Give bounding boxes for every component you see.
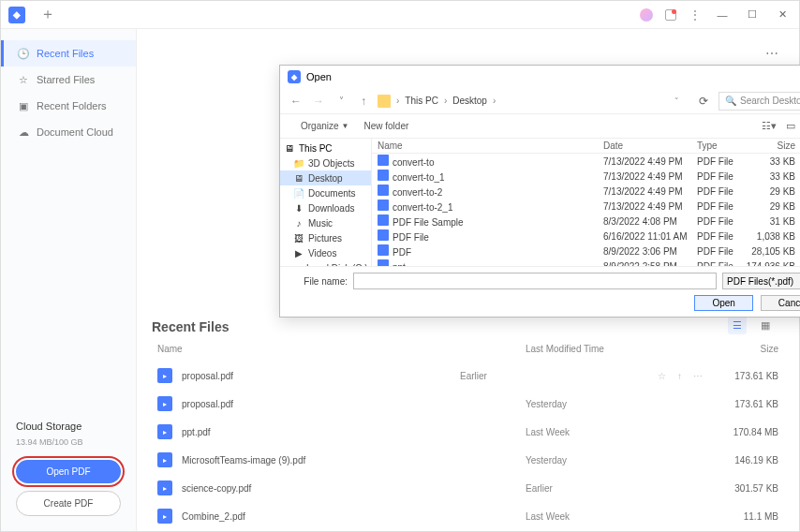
file-time: Last Week: [526, 427, 713, 437]
organize-button[interactable]: Organize▼: [301, 121, 349, 131]
recent-locations-button[interactable]: ˅: [333, 96, 349, 106]
sidebar-item-label: Document Cloud: [37, 126, 113, 138]
dialog-footer: File name: PDF Files(*.pdf)▾ Open Cancel: [280, 266, 800, 317]
dialog-nav: ← → ˅ ↑ › This PC › Desktop › ˅ ⟳ 🔍Searc…: [280, 88, 800, 114]
col-name[interactable]: Name: [378, 140, 603, 151]
file-row[interactable]: convert-to-27/13/2022 4:49 PMPDF File29 …: [372, 184, 800, 199]
new-folder-button[interactable]: New folder: [364, 121, 409, 131]
filename-input[interactable]: [353, 273, 717, 289]
assistant-icon[interactable]: [640, 8, 653, 22]
file-row[interactable]: ▸Combine_2.pdfLast Week11.1 MB: [152, 502, 784, 530]
pdf-icon: [378, 200, 389, 211]
file-name: science-copy.pdf: [182, 483, 526, 494]
file-row[interactable]: ▸science-copy.pdfEarlier301.57 KB: [152, 474, 784, 502]
pdf-icon: ▸: [157, 480, 172, 495]
minimize-button[interactable]: —: [713, 9, 732, 21]
search-input[interactable]: 🔍Search Desktop: [719, 92, 800, 111]
folder-icon: 🖼: [293, 232, 304, 244]
pdf-icon: [378, 155, 389, 166]
folder-icon: [378, 95, 391, 108]
folder-icon: ▣: [18, 100, 29, 111]
file-row[interactable]: PDF8/9/2022 3:06 PMPDF File28,105 KB: [372, 244, 800, 259]
pdf-icon: [378, 214, 389, 226]
sidebar-item-recent-folders[interactable]: ▣Recent Folders: [1, 93, 136, 119]
sidebar-item-label: Starred Files: [37, 74, 95, 85]
file-row[interactable]: PDF File Sample8/3/2022 4:08 PMPDF File3…: [372, 214, 800, 229]
refresh-button[interactable]: ⟳: [694, 95, 713, 108]
col-size[interactable]: Size: [744, 140, 795, 151]
app-logo-icon: ◆: [8, 7, 25, 23]
file-time: Yesterday: [526, 455, 713, 466]
up-button[interactable]: ↑: [355, 95, 372, 108]
search-icon: 🔍: [725, 96, 736, 106]
file-type-filter[interactable]: PDF Files(*.pdf)▾: [722, 273, 800, 289]
tree-item[interactable]: ⬇Downloads: [280, 200, 371, 215]
tree-item[interactable]: ▶Videos: [280, 245, 371, 260]
preview-pane-button[interactable]: ▭: [786, 120, 795, 132]
file-row[interactable]: ppt8/9/2022 2:58 PMPDF File174,936 KB: [372, 259, 800, 266]
folder-icon: ♪: [293, 217, 304, 229]
tree-item[interactable]: 📄Documents: [280, 185, 371, 200]
list-view-button[interactable]: ☰: [728, 316, 747, 334]
folder-icon: 📄: [293, 187, 304, 199]
file-row[interactable]: convert-to_17/13/2022 4:49 PMPDF File33 …: [372, 169, 800, 184]
breadcrumb[interactable]: Desktop: [452, 96, 487, 106]
pdf-icon: [378, 244, 389, 256]
file-row[interactable]: convert-to7/13/2022 4:49 PMPDF File33 KB: [372, 154, 800, 169]
tree-item[interactable]: ♪Music: [280, 215, 371, 230]
sidebar-item-recent-files[interactable]: 🕒Recent Files: [1, 40, 136, 66]
grid-view-button[interactable]: ▦: [756, 316, 775, 334]
file-name: proposal.pdf: [182, 399, 526, 409]
kebab-icon[interactable]: ⋮: [689, 8, 702, 22]
forward-button[interactable]: →: [310, 95, 327, 108]
file-columns: Name Last Modified Time Size: [152, 336, 784, 362]
breadcrumb[interactable]: This PC: [405, 96, 438, 106]
tree-item[interactable]: 🖥Desktop: [280, 170, 371, 185]
file-row[interactable]: ▸proposal.pdfEarlier☆↑⋯173.61 KB: [152, 362, 784, 390]
col-type[interactable]: Type: [697, 140, 744, 151]
sidebar: 🕒Recent Files ☆Starred Files ▣Recent Fol…: [1, 29, 137, 531]
col-size: Size: [713, 344, 778, 354]
pdf-icon: [378, 229, 389, 241]
star-icon[interactable]: ☆: [658, 371, 666, 381]
col-date[interactable]: Date: [603, 140, 697, 151]
cloud-storage-usage: 13.94 MB/100 GB: [16, 437, 121, 447]
file-row[interactable]: ▸proposal.pdfYesterday173.61 KB: [152, 390, 784, 418]
file-time: Earlier: [460, 371, 647, 381]
new-tab-button[interactable]: ＋: [40, 5, 55, 24]
file-row[interactable]: ▸MicrosoftTeams-image (9).pdfYesterday14…: [152, 446, 784, 474]
file-name: ppt.pdf: [182, 427, 526, 437]
path-dropdown-button[interactable]: ˅: [674, 96, 679, 106]
more-icon[interactable]: ⋯: [693, 371, 703, 381]
tree-root[interactable]: 🖥This PC: [280, 140, 371, 155]
close-button[interactable]: ✕: [773, 8, 792, 21]
notification-icon[interactable]: [664, 8, 677, 22]
maximize-button[interactable]: ☐: [743, 8, 762, 21]
view-options-button[interactable]: ☷▾: [762, 120, 777, 132]
dialog-toolbar: Organize▼ New folder ☷▾ ▭ ?: [280, 114, 800, 139]
dialog-cancel-button[interactable]: Cancel: [761, 295, 800, 311]
sidebar-item-starred[interactable]: ☆Starred Files: [1, 66, 136, 93]
file-row[interactable]: PDF File6/16/2022 11:01 AMPDF File1,038 …: [372, 229, 800, 244]
folder-icon: ⬇: [293, 202, 304, 214]
dialog-open-button[interactable]: Open: [694, 295, 752, 311]
dialog-logo-icon: ◆: [288, 70, 301, 83]
more-icon[interactable]: ⋯: [765, 46, 780, 61]
col-tags[interactable]: Tags: [795, 140, 800, 151]
col-time: Last Modified Time: [526, 344, 713, 354]
create-pdf-button[interactable]: Create PDF: [16, 491, 121, 516]
file-row[interactable]: convert-to-2_17/13/2022 4:49 PMPDF File2…: [372, 199, 800, 214]
file-size: 173.61 KB: [713, 371, 778, 381]
recent-files-header: Recent Files: [152, 319, 784, 334]
back-button[interactable]: ←: [288, 95, 304, 108]
file-row[interactable]: ▸ppt.pdfLast Week170.84 MB: [152, 418, 784, 446]
chevron-down-icon: ▼: [342, 122, 349, 130]
tree-item[interactable]: 📁3D Objects: [280, 155, 371, 170]
open-pdf-button[interactable]: Open PDF: [16, 460, 121, 483]
folder-tree: 🖥This PC 📁3D Objects🖥Desktop📄Documents⬇D…: [280, 139, 372, 266]
upload-icon[interactable]: ↑: [677, 371, 682, 381]
file-size: 170.84 MB: [713, 427, 778, 437]
sidebar-item-cloud[interactable]: ☁Document Cloud: [1, 119, 136, 145]
tree-item[interactable]: 🖼Pictures: [280, 230, 371, 245]
pdf-icon: [378, 259, 389, 266]
